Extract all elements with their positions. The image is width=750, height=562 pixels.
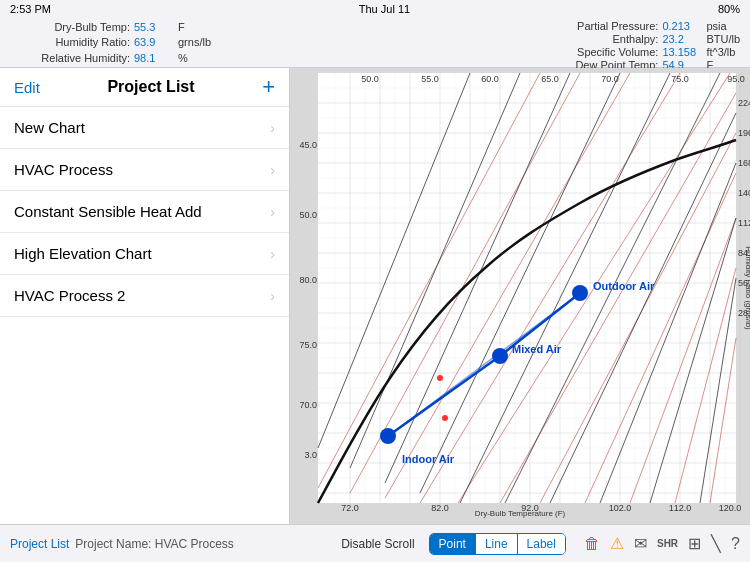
svg-text:75.0: 75.0 — [299, 340, 317, 350]
sidebar-list: New Chart › HVAC Process › Constant Sens… — [0, 107, 289, 524]
toolbar-left: Project List Project Name: HVAC Process — [10, 537, 323, 551]
chart-area[interactable]: Humidity Ratio (grns/lb) Dry-Bulb Temper… — [290, 68, 750, 524]
sidebar-nav: Edit Project List + — [0, 68, 289, 107]
svg-text:3.0: 3.0 — [304, 450, 317, 460]
chevron-right-icon: › — [270, 162, 275, 178]
specific-volume-label: Specific Volume: — [538, 46, 658, 58]
svg-text:224.0: 224.0 — [738, 98, 750, 108]
sidebar-title: Project List — [107, 78, 194, 96]
svg-text:168.0: 168.0 — [738, 158, 750, 168]
warning-icon[interactable]: ⚠ — [610, 534, 624, 553]
humidity-ratio-label: Humidity Ratio: — [10, 36, 130, 48]
disable-scroll-button[interactable]: Disable Scroll — [341, 537, 414, 551]
svg-text:72.0: 72.0 — [341, 503, 359, 513]
chevron-right-icon: › — [270, 246, 275, 262]
dry-bulb-row: Dry-Bulb Temp: 55.3 F — [10, 21, 211, 33]
sidebar-item-high-elevation[interactable]: High Elevation Chart › — [0, 233, 289, 275]
svg-point-111 — [380, 428, 396, 444]
sidebar-item-new-chart[interactable]: New Chart › — [0, 107, 289, 149]
bottom-toolbar: Project List Project Name: HVAC Process … — [0, 524, 750, 562]
partial-pressure-unit: psia — [706, 20, 726, 32]
svg-text:Dry-Bulb Temperature (F): Dry-Bulb Temperature (F) — [475, 509, 566, 518]
svg-text:84.0: 84.0 — [738, 248, 750, 258]
header-left: Dry-Bulb Temp: 55.3 F Humidity Ratio: 63… — [10, 20, 211, 65]
svg-text:75.0: 75.0 — [671, 74, 689, 84]
partial-pressure-row: Partial Pressure: 0.213 psia — [538, 20, 740, 32]
dry-bulb-unit: F — [178, 21, 185, 33]
svg-text:45.0: 45.0 — [299, 140, 317, 150]
status-bar: 2:53 PM Thu Jul 11 80% — [0, 0, 750, 18]
humidity-ratio-unit: grns/lb — [178, 36, 211, 48]
sidebar: Edit Project List + New Chart › HVAC Pro… — [0, 68, 290, 524]
point-button[interactable]: Point — [430, 534, 476, 554]
svg-text:56.0: 56.0 — [738, 278, 750, 288]
svg-text:196.0: 196.0 — [738, 128, 750, 138]
enthalpy-row: Enthalpy: 23.2 BTU/lb — [538, 33, 740, 45]
psychrometric-chart: Humidity Ratio (grns/lb) Dry-Bulb Temper… — [290, 68, 750, 524]
delete-icon[interactable]: 🗑 — [584, 535, 600, 553]
humidity-ratio-value: 63.9 — [134, 36, 174, 48]
svg-text:82.0: 82.0 — [431, 503, 449, 513]
chevron-right-icon: › — [270, 288, 275, 304]
svg-text:Outdoor Air: Outdoor Air — [593, 280, 655, 292]
svg-point-115 — [572, 285, 588, 301]
view-mode-button-group: Point Line Label — [429, 533, 566, 555]
svg-text:80.0: 80.0 — [299, 275, 317, 285]
specific-volume-unit: ft^3/lb — [706, 46, 735, 58]
svg-text:112.0: 112.0 — [738, 218, 750, 228]
specific-volume-row: Specific Volume: 13.158 ft^3/lb — [538, 46, 740, 58]
edit-button[interactable]: Edit — [14, 79, 40, 96]
svg-text:65.0: 65.0 — [541, 74, 559, 84]
specific-volume-value: 13.158 — [662, 46, 702, 58]
svg-text:102.0: 102.0 — [609, 503, 632, 513]
sidebar-item-hvac-process[interactable]: HVAC Process › — [0, 149, 289, 191]
sidebar-item-label: HVAC Process — [14, 161, 113, 178]
sidebar-item-constant-sensible[interactable]: Constant Sensible Heat Add › — [0, 191, 289, 233]
header-right: Partial Pressure: 0.213 psia Enthalpy: 2… — [538, 20, 740, 65]
partial-pressure-label: Partial Pressure: — [538, 20, 658, 32]
grid-icon[interactable]: ⊞ — [688, 534, 701, 553]
status-day: Thu Jul 11 — [359, 3, 410, 15]
label-button[interactable]: Label — [518, 534, 565, 554]
enthalpy-value: 23.2 — [662, 33, 702, 45]
project-name-label: Project Name: HVAC Process — [75, 537, 234, 551]
shr-icon[interactable]: SHR — [657, 538, 678, 549]
svg-text:50.0: 50.0 — [299, 210, 317, 220]
humidity-ratio-row: Humidity Ratio: 63.9 grns/lb — [10, 36, 211, 48]
line-button[interactable]: Line — [476, 534, 518, 554]
svg-point-117 — [437, 375, 443, 381]
project-list-link[interactable]: Project List — [10, 537, 69, 551]
enthalpy-unit: BTU/lb — [706, 33, 740, 45]
partial-pressure-value: 0.213 — [662, 20, 702, 32]
help-icon[interactable]: ? — [731, 535, 740, 553]
relative-humidity-label: Relative Humidity: — [10, 52, 130, 64]
svg-text:60.0: 60.0 — [481, 74, 499, 84]
svg-text:50.0: 50.0 — [361, 74, 379, 84]
svg-text:112.0: 112.0 — [669, 503, 692, 513]
sidebar-item-label: Constant Sensible Heat Add — [14, 203, 202, 220]
svg-text:70.0: 70.0 — [601, 74, 619, 84]
svg-text:140.0: 140.0 — [738, 188, 750, 198]
add-project-button[interactable]: + — [262, 76, 275, 98]
chevron-right-icon: › — [270, 204, 275, 220]
relative-humidity-value: 98.1 — [134, 52, 174, 64]
sidebar-item-label: HVAC Process 2 — [14, 287, 125, 304]
svg-text:Mixed Air: Mixed Air — [512, 343, 562, 355]
svg-point-118 — [442, 415, 448, 421]
svg-text:Indoor Air: Indoor Air — [402, 453, 455, 465]
svg-point-113 — [492, 348, 508, 364]
enthalpy-label: Enthalpy: — [538, 33, 658, 45]
sidebar-item-hvac-process-2[interactable]: HVAC Process 2 › — [0, 275, 289, 317]
status-battery: 80% — [718, 3, 740, 15]
svg-text:70.0: 70.0 — [299, 400, 317, 410]
chevron-right-icon: › — [270, 120, 275, 136]
status-time: 2:53 PM — [10, 3, 51, 15]
svg-text:95.0: 95.0 — [727, 74, 745, 84]
toolbar-icons: 🗑 ⚠ ✉ SHR ⊞ ╲ ? — [584, 534, 740, 553]
email-icon[interactable]: ✉ — [634, 534, 647, 553]
sidebar-item-label: New Chart — [14, 119, 85, 136]
dry-bulb-value: 55.3 — [134, 21, 174, 33]
svg-text:28.0: 28.0 — [738, 308, 750, 318]
diagonal-icon[interactable]: ╲ — [711, 534, 721, 553]
header-info: Dry-Bulb Temp: 55.3 F Humidity Ratio: 63… — [0, 18, 750, 68]
